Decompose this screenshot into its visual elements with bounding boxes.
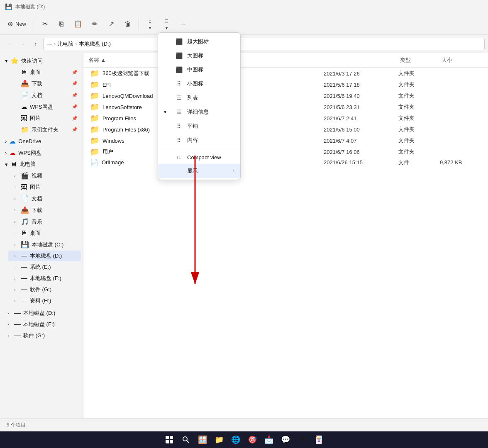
sidebar-item-pictures[interactable]: 🖼 图片 📌	[8, 113, 81, 124]
file-row-pf[interactable]: 📁 Program Files 2021/6/7 2:41 文件夹	[85, 113, 486, 124]
pin-icon-pic: 📌	[72, 116, 78, 121]
sidebar-item-dl2[interactable]: › 📥 下载	[8, 205, 81, 216]
pin-icon-dl: 📌	[72, 81, 78, 86]
menu-item-list[interactable]: ☰ 列表	[158, 91, 240, 105]
window-title: 本地磁盘 (D:)	[15, 3, 45, 10]
sidebar-item-c-drive[interactable]: › 💾 本地磁盘 (C:)	[8, 239, 81, 250]
documents-icon: 📄	[21, 91, 29, 99]
more-button[interactable]: ···	[176, 18, 190, 30]
tiles-icon: ⠿	[175, 123, 183, 129]
sidebar-item-documents[interactable]: 📄 文档 📌	[8, 90, 81, 101]
sidebar-item-wps-cloud[interactable]: ☁ WPS网盘 📌	[8, 101, 81, 112]
sidebar-item-videos[interactable]: › 🎬 视频	[8, 170, 81, 181]
col-type[interactable]: 类型	[400, 55, 442, 66]
copy-button[interactable]: ⎘	[54, 18, 69, 30]
drive-icon: 💾	[5, 3, 12, 10]
sort-button[interactable]: ↕ ▾	[142, 15, 157, 33]
sidebar-item-sample-folder[interactable]: 📁 示例文件夹 📌	[8, 124, 81, 135]
menu-item-content[interactable]: ⠿ 内容	[158, 133, 240, 147]
folder-icon-pf86: 📁	[90, 125, 99, 134]
address-path[interactable]: — › 此电脑 › 本地磁盘 (D:)	[43, 38, 485, 50]
sidebar-item-f2[interactable]: › — 本地磁盘 (F:)	[2, 319, 81, 330]
docs2-icon: 📄	[21, 195, 29, 202]
taskbar-explorer-button[interactable]: 📁	[212, 433, 226, 446]
taskbar-edge-button[interactable]: 🌐	[229, 433, 242, 446]
file-row-efi[interactable]: 📁 EFI 2021/5/6 17:18 文件夹	[85, 79, 486, 90]
file-row-pf86[interactable]: 📁 Program Files (x86) 2021/5/6 15:00 文件夹	[85, 124, 486, 135]
compact-icon: ⁞↕	[175, 155, 183, 161]
path-pc[interactable]: 此电脑	[57, 40, 73, 48]
file-row-360[interactable]: 📁 360极速浏览器下载 2021/6/3 17:26 文件夹	[85, 68, 486, 79]
wps-label: WPS网盘	[18, 149, 41, 157]
taskbar-wechat-button[interactable]: 💬	[279, 433, 292, 446]
file-row-lenovo-ss[interactable]: 📁 LenovoSoftstore 2021/5/6 23:31 文件夹	[85, 102, 486, 112]
quick-access-header[interactable]: ▾ ⭐ 快速访问	[2, 55, 81, 66]
this-pc-header[interactable]: ▾ 🖥 此电脑	[2, 159, 81, 170]
view-button[interactable]: ≡ ▾	[159, 15, 174, 33]
sidebar-item-h-drive[interactable]: › — 资料 (H:)	[8, 295, 81, 306]
taskbar-mail-button[interactable]: 📩	[262, 433, 276, 446]
taskbar-chrome-button[interactable]: 🎯	[246, 433, 259, 446]
downloads-icon: 📥	[21, 80, 29, 88]
menu-item-medium[interactable]: ⬛ 中图标	[158, 63, 240, 77]
taskbar-windows-button[interactable]	[163, 433, 176, 446]
forward-button[interactable]: →	[17, 38, 28, 50]
item-count: 9 个项目	[7, 421, 26, 429]
file-row-oriimage[interactable]: 📄 OriImage 2021/6/26 15:15 文件 9,872 KB	[85, 158, 486, 167]
sidebar-item-pics2[interactable]: › 🖼 图片	[8, 182, 81, 192]
menu-item-large[interactable]: ⬛ 大图标	[158, 49, 240, 63]
menu-item-tiles[interactable]: ⠿ 平铺	[158, 119, 240, 133]
cut-button[interactable]: ✂	[37, 17, 52, 30]
sidebar-item-g2[interactable]: › — 软件 (G:)	[2, 330, 81, 341]
wps-header[interactable]: › ☁ WPS网盘	[2, 147, 81, 158]
sidebar-item-f-drive[interactable]: › — 本地磁盘 (F:)	[8, 273, 81, 284]
new-button[interactable]: ⊕ New	[3, 18, 30, 29]
sidebar-item-g-drive[interactable]: › — 软件 (G:)	[8, 284, 81, 295]
pin-icon-sf: 📌	[72, 127, 78, 132]
file-row-lenovo-qm[interactable]: 📁 LenovoQMDownload 2021/5/6 19:40 文件夹	[85, 90, 486, 101]
medium-icon: ⬛	[175, 66, 183, 73]
col-size[interactable]: 大小	[442, 55, 483, 66]
desktop2-icon: 🖥	[21, 229, 27, 237]
sidebar-item-d-drive[interactable]: › — 本地磁盘 (D:)	[8, 251, 81, 261]
sidebar-item-music[interactable]: › 🎵 音乐	[8, 216, 81, 227]
sidebar-item-d2[interactable]: › — 本地磁盘 (D:)	[2, 308, 81, 319]
taskbar-search-button[interactable]	[179, 433, 193, 446]
list-icon: ☰	[175, 95, 183, 101]
pin-icon-doc: 📌	[72, 93, 78, 98]
sidebar-item-e-drive[interactable]: › — 系统 (E:)	[8, 262, 81, 273]
share-button[interactable]: ↗	[104, 17, 119, 30]
menu-item-extra-large[interactable]: ⬛ 超大图标	[158, 34, 240, 49]
taskbar-extra-button[interactable]: 🃏	[312, 433, 325, 446]
menu-item-details[interactable]: ☰ 详细信息	[158, 105, 240, 119]
sidebar-item-desktop2[interactable]: › 🖥 桌面	[8, 228, 81, 239]
menu-item-show[interactable]: 显示 ›	[158, 164, 240, 178]
rename-button[interactable]: ✏	[87, 17, 102, 30]
file-row-windows[interactable]: 📁 Windows 2021/6/7 4:07 文件夹	[85, 135, 486, 146]
file-row-users[interactable]: 📁 用户 2021/6/7 16:06 文件夹	[85, 146, 486, 157]
sidebar-item-docs2[interactable]: › 📄 文档	[8, 193, 81, 204]
address-bar: ← → ↑ — › 此电脑 › 本地磁盘 (D:)	[0, 35, 488, 53]
delete-button[interactable]: 🗑	[120, 18, 135, 30]
menu-item-small[interactable]: ⠿ 小图标	[158, 77, 240, 91]
taskbar-map-button[interactable]: 🗺	[295, 433, 309, 446]
f2-icon: —	[14, 321, 21, 328]
path-drive[interactable]: 本地磁盘 (D:)	[79, 40, 111, 48]
g-drive-icon: —	[21, 286, 27, 293]
svg-rect-5	[170, 440, 173, 443]
back-button[interactable]: ←	[3, 38, 15, 50]
copy-icon: ⎘	[59, 20, 63, 28]
svg-rect-4	[166, 440, 169, 443]
sidebar-item-desktop[interactable]: 🖥 桌面 📌	[8, 67, 81, 78]
star-icon: ⭐	[10, 57, 19, 65]
paste-button[interactable]: 📋	[71, 17, 85, 30]
file-list-header: 名称 ▲ 类型 大小	[83, 53, 488, 68]
menu-item-compact[interactable]: ⁞↕ Compact view	[158, 151, 240, 164]
sidebar-item-downloads[interactable]: 📥 下载 📌	[8, 78, 81, 89]
up-button[interactable]: ↑	[30, 38, 41, 50]
quick-access-items: 🖥 桌面 📌 📥 下载 📌 📄 文档 📌 ☁ WPS网盘 📌	[0, 67, 83, 135]
taskbar-widgets-button[interactable]: 🪟	[196, 433, 209, 446]
d2-icon: —	[14, 309, 21, 317]
onedrive-header[interactable]: › ☁ OneDrive	[2, 136, 81, 147]
col-date[interactable]	[325, 55, 400, 66]
